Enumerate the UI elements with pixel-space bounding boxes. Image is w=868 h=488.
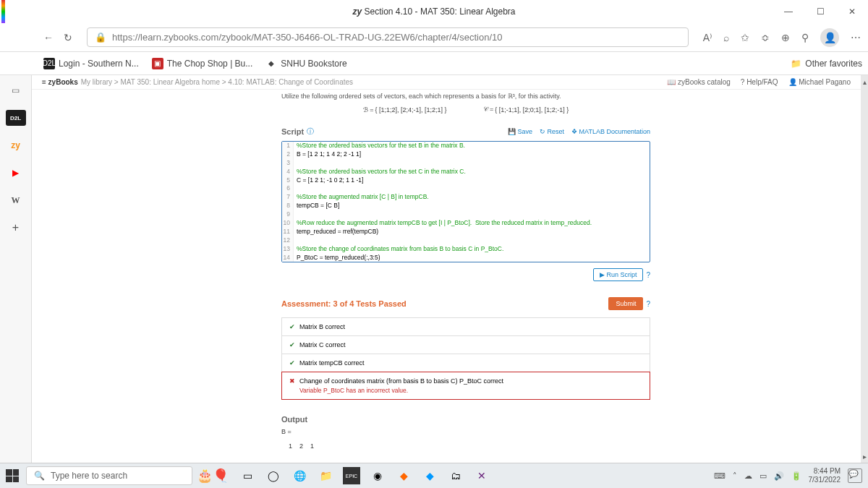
check-icon: ✔ bbox=[289, 323, 295, 330]
address-bar[interactable]: 🔒 https://learn.zybooks.com/zybook/MAT-3… bbox=[87, 27, 689, 47]
check-icon: ✔ bbox=[289, 341, 295, 348]
start-button[interactable] bbox=[6, 469, 19, 482]
test-row: ✖Change of coordinates matrix (from basi… bbox=[281, 372, 650, 400]
search-icon[interactable]: ⌕ bbox=[723, 32, 729, 43]
task-view-icon[interactable]: ▭ bbox=[239, 467, 256, 484]
epic-icon[interactable]: EPIC bbox=[343, 467, 360, 484]
code-editor[interactable]: 1%Store the ordered basis vectors for th… bbox=[281, 141, 650, 262]
run-help-icon[interactable]: ? bbox=[646, 271, 650, 279]
x-icon: ✖ bbox=[289, 377, 295, 385]
back-button[interactable]: ← bbox=[43, 32, 54, 43]
test-list: ✔Matrix B correct✔Matrix C correct✔Matri… bbox=[281, 317, 650, 400]
profile-avatar[interactable]: 👤 bbox=[820, 28, 839, 47]
more-icon[interactable]: ⋯ bbox=[851, 32, 861, 43]
check-icon: ✔ bbox=[289, 359, 295, 367]
app2-icon[interactable]: ◆ bbox=[421, 467, 438, 484]
app3-icon[interactable]: 🗂 bbox=[447, 467, 464, 484]
bookmarks-bar: D2LLogin - Southern N... ▣The Chop Shop … bbox=[0, 52, 868, 75]
scroll-right-arrow[interactable]: ▸ bbox=[863, 453, 867, 461]
output-box: B = 1 2 1 bbox=[281, 428, 650, 450]
rail-w-icon[interactable]: W bbox=[6, 192, 26, 208]
zybooks-header: ≡ zyBooks My library > MAT 350: Linear A… bbox=[32, 75, 861, 90]
edge-sidebar: ▭ D2L zy ▶ W + bbox=[0, 75, 32, 466]
rail-youtube-icon[interactable]: ▶ bbox=[6, 165, 26, 181]
extension-icon[interactable]: ⊕ bbox=[781, 32, 790, 43]
url-bar: ← ↻ 🔒 https://learn.zybooks.com/zybook/M… bbox=[0, 23, 868, 52]
rail-tab-icon[interactable]: ▭ bbox=[6, 82, 26, 98]
rail-d2l-icon[interactable]: D2L bbox=[6, 110, 26, 126]
zybooks-logo[interactable]: ≡ zyBooks bbox=[42, 78, 78, 86]
keyboard-icon[interactable]: ⌨ bbox=[714, 471, 726, 481]
submit-help-icon[interactable]: ? bbox=[646, 300, 650, 308]
ext2-icon[interactable]: ⚲ bbox=[801, 32, 809, 43]
script-header: Script ⓘ 💾 Save ↻ Reset ❖ MATLAB Documen… bbox=[281, 127, 650, 137]
scroll-up-arrow[interactable]: ▴ bbox=[863, 78, 867, 86]
window-title: zy Section 4.10 - MAT 350: Linear Algebr… bbox=[352, 7, 515, 17]
maximize-button[interactable]: ☐ bbox=[804, 0, 836, 23]
vs-icon[interactable]: ✕ bbox=[473, 467, 490, 484]
reset-button[interactable]: ↻ Reset bbox=[540, 128, 564, 135]
bookmark-snhu[interactable]: ◆SNHU Bookstore bbox=[265, 58, 346, 69]
script-help-icon[interactable]: ⓘ bbox=[307, 127, 314, 137]
explorer-icon[interactable]: 📁 bbox=[317, 467, 334, 484]
assessment-title: Assessment: 3 of 4 Tests Passed bbox=[281, 299, 407, 308]
save-button[interactable]: 💾 Save bbox=[508, 128, 532, 135]
catalog-link[interactable]: 📖 zyBooks catalog bbox=[667, 78, 731, 86]
script-title: Script bbox=[281, 127, 304, 136]
lock-icon: 🔒 bbox=[95, 32, 106, 43]
url-text: https://learn.zybooks.com/zybook/MAT-350… bbox=[112, 32, 503, 43]
test-row: ✔Matrix tempCB correct bbox=[281, 354, 650, 372]
onedrive-icon[interactable]: ☁ bbox=[744, 471, 752, 481]
window-title-bar: zy Section 4.10 - MAT 350: Linear Algebr… bbox=[0, 0, 868, 23]
volume-icon[interactable]: 🔊 bbox=[774, 471, 784, 481]
read-aloud-icon[interactable]: A⁾ bbox=[703, 32, 712, 43]
rainbow-edge bbox=[1, 0, 5, 23]
run-script-button[interactable]: Run Script bbox=[593, 268, 644, 281]
tray-chevron-icon[interactable]: ˄ bbox=[733, 471, 737, 481]
breadcrumb[interactable]: My library > MAT 350: Linear Algebra hom… bbox=[81, 78, 353, 86]
test-row: ✔Matrix B correct bbox=[281, 317, 650, 336]
bookmark-chopshop[interactable]: ▣The Chop Shop | Bu... bbox=[152, 58, 253, 69]
test-row: ✔Matrix C correct bbox=[281, 335, 650, 354]
output-title: Output bbox=[281, 415, 650, 424]
rail-zy-icon[interactable]: zy bbox=[6, 137, 26, 153]
notification-icon[interactable]: 💬 bbox=[848, 468, 862, 483]
help-link[interactable]: ? Help/FAQ bbox=[741, 78, 778, 86]
taskbar-search[interactable]: 🔍 Type here to search bbox=[26, 466, 192, 485]
app1-icon[interactable]: ◆ bbox=[395, 467, 412, 484]
close-button[interactable]: ✕ bbox=[836, 0, 868, 23]
chrome-icon[interactable]: ◉ bbox=[369, 467, 386, 484]
user-menu[interactable]: 👤 Michael Pagano bbox=[788, 78, 851, 86]
favorite-icon[interactable]: ✩ bbox=[741, 32, 749, 43]
collections-icon[interactable]: ≎ bbox=[761, 32, 770, 43]
rail-add-icon[interactable]: + bbox=[6, 220, 26, 236]
bookmark-d2l[interactable]: D2LLogin - Southern N... bbox=[43, 58, 139, 69]
edge-icon[interactable]: 🌐 bbox=[291, 467, 308, 484]
submit-button[interactable]: Submit bbox=[608, 297, 643, 310]
other-favorites[interactable]: 📁Other favorites bbox=[791, 59, 862, 69]
matlab-docs-link[interactable]: ❖ MATLAB Documentation bbox=[571, 128, 650, 135]
refresh-button[interactable]: ↻ bbox=[64, 32, 72, 43]
clock[interactable]: 8:44 PM 7/31/2022 bbox=[809, 467, 841, 484]
display-icon[interactable]: ▭ bbox=[760, 471, 767, 481]
taskbar: 🔍 Type here to search 🎂🎈 ▭ ◯ 🌐 📁 EPIC ◉ … bbox=[0, 463, 868, 488]
minimize-button[interactable]: — bbox=[773, 0, 804, 23]
basis-vectors: ℬ = { [1;1;2], [2;4;-1], [1;2;1] } 𝒞 = {… bbox=[281, 106, 650, 114]
page-content: ≡ zyBooks My library > MAT 350: Linear A… bbox=[32, 75, 861, 463]
instruction-text: Utilize the following ordered sets of ve… bbox=[281, 93, 650, 100]
battery-icon[interactable]: 🔋 bbox=[791, 471, 801, 481]
cortana-icon[interactable]: ◯ bbox=[265, 467, 282, 484]
cake-icon: 🎂🎈 bbox=[197, 468, 229, 484]
